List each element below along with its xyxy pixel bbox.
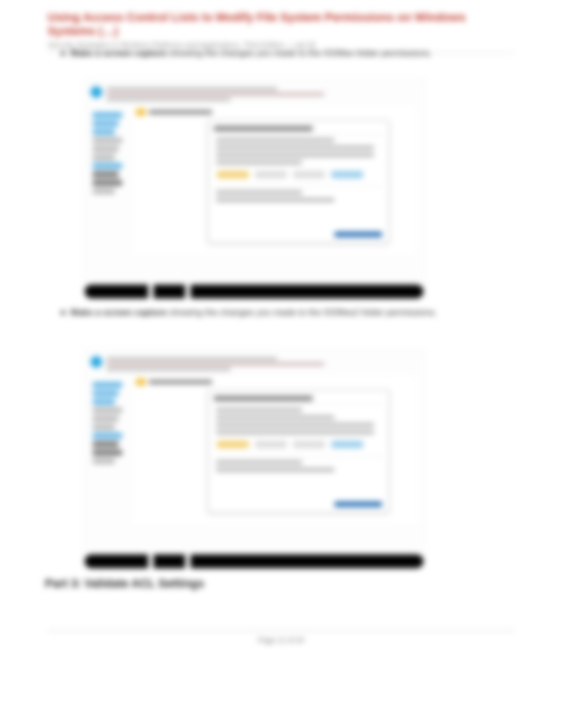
screenshot-2 xyxy=(85,349,424,562)
permission-chips xyxy=(214,169,383,183)
dialog-title xyxy=(214,396,313,401)
footer-rule xyxy=(48,631,514,631)
footer-page-number: Page 12 of 20 xyxy=(0,636,562,644)
app-icon xyxy=(90,356,102,368)
dialog-action-link[interactable] xyxy=(334,502,382,507)
instruction-1-rest: showing the changes you made to the ISSf… xyxy=(169,48,432,58)
folder-icon xyxy=(136,378,146,386)
folder-label xyxy=(149,380,212,384)
dialog-title xyxy=(214,126,313,131)
folder-row xyxy=(136,378,212,386)
properties-dialog xyxy=(208,120,389,243)
explorer-body xyxy=(134,106,416,254)
dialog-action-link[interactable] xyxy=(334,232,382,237)
redaction-bar-1 xyxy=(85,285,423,298)
instruction-1-lead: Make a screen capture xyxy=(70,48,167,58)
explorer-sidebar xyxy=(90,379,128,467)
folder-icon xyxy=(136,108,146,116)
folder-row xyxy=(136,108,212,116)
explorer-sidebar xyxy=(90,110,128,197)
screenshot-1 xyxy=(85,79,424,292)
instruction-2-lead: Make a screen capture xyxy=(70,307,167,317)
permission-chips xyxy=(214,439,383,452)
app-icon xyxy=(90,86,102,98)
bullet-icon xyxy=(61,51,65,56)
explorer-body xyxy=(134,376,416,524)
properties-dialog xyxy=(208,390,389,513)
instruction-item-2: Make a screen capture showing the change… xyxy=(61,307,437,319)
page-header: Using Access Control Lists to Modify Fil… xyxy=(48,11,514,53)
redaction-bar-2 xyxy=(85,554,423,568)
bullet-icon xyxy=(61,311,65,315)
instruction-2-rest: showing the changes you made to the ISSf… xyxy=(169,307,437,317)
section-heading-part3: Part 3: Validate ACL Settings xyxy=(45,577,204,590)
instruction-item-1: Make a screen capture showing the change… xyxy=(61,48,432,60)
window-titlebar xyxy=(88,354,421,373)
document-page: Using Access Control Lists to Modify Fil… xyxy=(0,0,562,728)
window-titlebar xyxy=(88,84,421,103)
page-title: Using Access Control Lists to Modify Fil… xyxy=(48,11,514,39)
folder-label xyxy=(149,110,212,114)
